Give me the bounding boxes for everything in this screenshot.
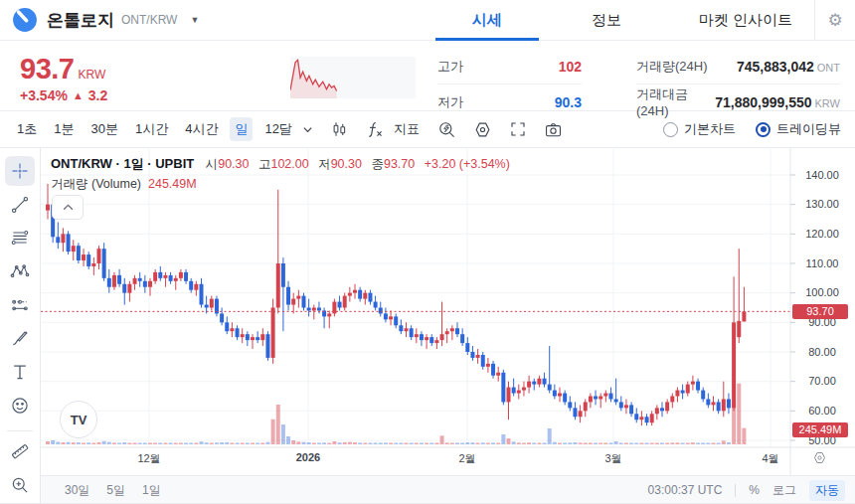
ontology-logo-icon xyxy=(12,7,38,33)
text-tool-icon[interactable] xyxy=(5,357,35,387)
top-bar: 온톨로지 ONT/KRW ▼ 시세정보마켓 인사이트 ⚙ xyxy=(0,0,855,41)
candle-style-icon[interactable] xyxy=(330,120,348,138)
range-5일[interactable]: 5일 xyxy=(106,482,125,499)
time-tick-2월: 2월 xyxy=(437,451,497,466)
trend-line-tool-icon[interactable] xyxy=(5,190,35,220)
current-volume-badge: 245.49M xyxy=(792,422,848,437)
hexagon-settings-icon[interactable] xyxy=(473,120,492,139)
topbar-right: ⚙ xyxy=(814,0,855,41)
price-tick-60.00: 60.00 xyxy=(793,405,851,418)
indicators-fx-icon[interactable] xyxy=(365,120,385,138)
volume-legend: 거래량 (Volume)245.49M xyxy=(51,176,197,193)
scale-자동[interactable]: 자동 xyxy=(809,480,845,501)
ruler-tool-icon[interactable] xyxy=(5,437,35,467)
time-tick-4월: 4월 xyxy=(741,451,800,466)
drawing-tools-sidebar xyxy=(0,148,41,504)
bottom-bar-right: 03:00:37 UTC %로그자동 xyxy=(648,480,845,501)
up-arrow-icon: ▲ xyxy=(73,89,84,101)
radio-circle-icon xyxy=(663,122,678,137)
scale-%[interactable]: % xyxy=(749,483,760,497)
scale-로그[interactable]: 로그 xyxy=(772,482,796,499)
price-tick-70.00: 70.00 xyxy=(793,375,851,388)
bottom-bar: 30일5일1일 03:00:37 UTC %로그자동 xyxy=(0,475,855,504)
price-currency: KRW xyxy=(78,68,105,82)
coin-pair: ONT/KRW xyxy=(121,13,177,27)
divider xyxy=(735,484,736,497)
radio-트레이딩뷰[interactable]: 트레이딩뷰 xyxy=(756,120,841,138)
scale-buttons: %로그자동 xyxy=(749,480,845,501)
price-tick-80.00: 80.00 xyxy=(793,346,851,359)
price-tick-130.00: 130.00 xyxy=(793,198,851,211)
range-buttons: 30일5일1일 xyxy=(65,482,178,499)
collapse-legend-button[interactable] xyxy=(52,195,84,220)
time-tick-12월: 12월 xyxy=(119,451,179,466)
divider xyxy=(7,430,33,431)
radio-기본차트[interactable]: 기본차트 xyxy=(663,120,736,138)
price-tick-140.00: 140.00 xyxy=(793,169,851,182)
timeframe-12달[interactable]: 12달 xyxy=(259,117,296,141)
timeframe-4시간[interactable]: 4시간 xyxy=(180,117,223,141)
fib-retracement-tool-icon[interactable] xyxy=(5,223,35,252)
pattern-search-icon[interactable] xyxy=(437,120,456,139)
timeframe-1시간[interactable]: 1시간 xyxy=(130,117,173,141)
tab-마켓 인사이트[interactable]: 마켓 인사이트 xyxy=(666,0,825,41)
current-price: 93.7 xyxy=(20,53,74,85)
range-1일[interactable]: 1일 xyxy=(142,482,161,499)
candlestick-chart[interactable] xyxy=(41,148,855,475)
utc-clock[interactable]: 03:00:37 UTC xyxy=(648,483,723,497)
tab-정보[interactable]: 정보 xyxy=(547,0,666,41)
tradingview-logo[interactable]: TV xyxy=(60,401,97,438)
xabcd-pattern-tool-icon[interactable] xyxy=(5,256,35,286)
price-block: 93.7 KRW +3.54% ▲ 3.2 xyxy=(20,53,107,103)
indicators-label[interactable]: 지표 xyxy=(394,120,420,138)
chart-toolbar: 1초1분30분1시간4시간일12달 지표 xyxy=(0,111,855,148)
price-change: +3.54% ▲ 3.2 xyxy=(20,87,107,103)
timeframe-1초[interactable]: 1초 xyxy=(12,117,42,141)
coin-selector[interactable]: 온톨로지 ONT/KRW ▼ xyxy=(0,7,199,33)
range-30일[interactable]: 30일 xyxy=(65,482,89,499)
low-value: 90.3 xyxy=(555,94,582,110)
market-info-strip: 93.7 KRW +3.54% ▲ 3.2 고가 102 저가 90.3 거래량… xyxy=(0,41,855,111)
chart-legend: ONT/KRW · 1일 · UPBIT 시90.30 고102.00 저90.… xyxy=(51,155,516,173)
mini-sparkline-chart xyxy=(290,57,416,98)
trading-app: 온톨로지 ONT/KRW ▼ 시세정보마켓 인사이트 ⚙ 93.7 KRW +3… xyxy=(0,0,855,504)
volume24h-value: 745,883,042ONT xyxy=(737,59,840,75)
zoom-in-tool-icon[interactable] xyxy=(5,470,35,500)
time-tick-3월: 3월 xyxy=(584,451,643,466)
price-tick-120.00: 120.00 xyxy=(793,228,851,241)
brush-tool-icon[interactable] xyxy=(5,324,35,354)
radio-circle-icon xyxy=(756,122,770,137)
price-tick-100.00: 100.00 xyxy=(793,286,851,299)
price-tick-110.00: 110.00 xyxy=(793,257,851,270)
low-label: 저가 xyxy=(437,93,463,111)
coin-name: 온톨로지 xyxy=(47,9,114,32)
time-tick-2026: 2026 xyxy=(278,451,338,463)
camera-snapshot-icon[interactable] xyxy=(544,121,563,138)
legend-symbol: ONT/KRW · 1일 · UPBIT xyxy=(51,156,194,171)
current-price-badge: 93.70 xyxy=(792,304,848,319)
chart-type-switch: 기본차트트레이딩뷰 xyxy=(663,120,841,138)
position-tool-tool-icon[interactable] xyxy=(5,290,35,320)
price-scale-settings-icon[interactable] xyxy=(812,450,827,469)
chevron-down-icon: ▼ xyxy=(190,15,199,25)
amount24h-value: 71,880,999,550KRW xyxy=(715,94,840,110)
chevron-down-icon[interactable] xyxy=(302,124,313,135)
tab-시세[interactable]: 시세 xyxy=(428,0,547,41)
high-value: 102 xyxy=(559,59,582,75)
volume24h-label: 거래량(24H) xyxy=(636,58,708,76)
chart-pane[interactable]: ONT/KRW · 1일 · UPBIT 시90.30 고102.00 저90.… xyxy=(41,148,855,475)
emoji-tool-icon[interactable] xyxy=(5,391,35,420)
fullscreen-icon[interactable] xyxy=(509,120,527,138)
high-label: 고가 xyxy=(437,58,463,76)
tab-bar: 시세정보마켓 인사이트 xyxy=(428,0,825,41)
timeframe-일[interactable]: 일 xyxy=(230,117,253,141)
timeframe-buttons: 1초1분30분1시간4시간일12달 xyxy=(12,117,304,141)
crosshair-tool-icon[interactable] xyxy=(5,156,35,186)
timeframe-1분[interactable]: 1분 xyxy=(49,117,79,141)
settings-gear-icon[interactable]: ⚙ xyxy=(815,10,855,31)
timeframe-30분[interactable]: 30분 xyxy=(86,117,122,141)
